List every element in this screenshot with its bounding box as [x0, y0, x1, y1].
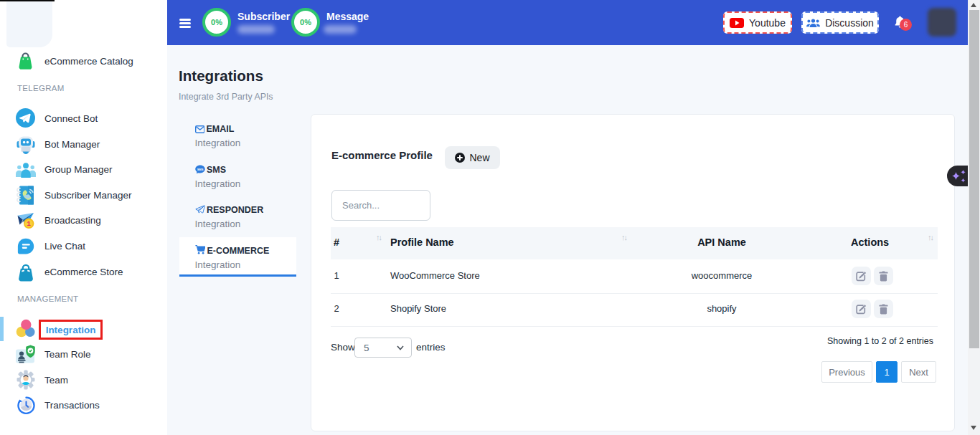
svg-text:1: 1: [27, 219, 32, 227]
svg-text:SMS: SMS: [197, 168, 203, 171]
